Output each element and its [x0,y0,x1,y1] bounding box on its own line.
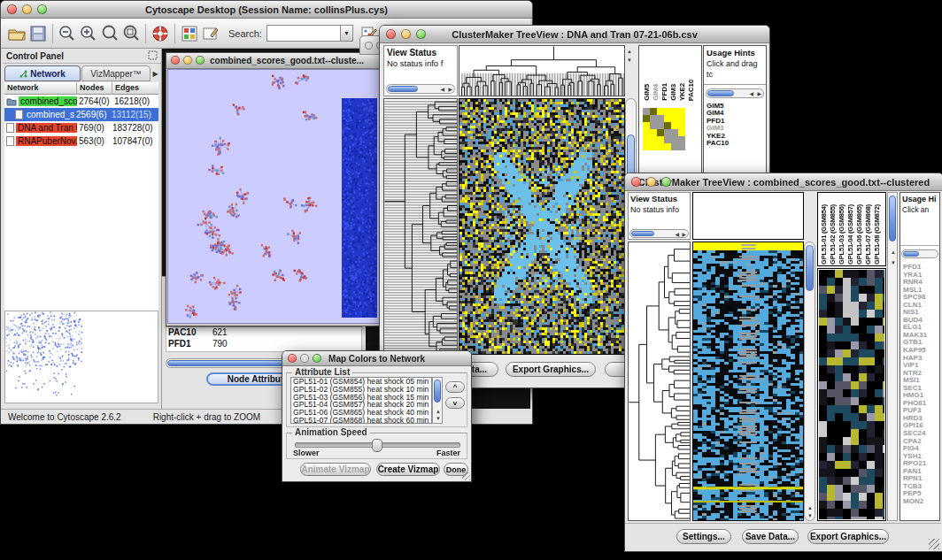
scroll-left-arrow[interactable]: ◀ [749,91,753,96]
tv1-heatmap[interactable] [459,98,625,355]
birdseye-view[interactable] [4,311,158,403]
minimize-button[interactable] [22,4,32,14]
vizmapper-icon[interactable] [179,24,200,43]
minimize-button[interactable] [300,354,309,363]
tv2-label-vscrollbar[interactable]: ▲ ▼ [887,192,898,521]
scroll-thumb[interactable] [806,245,814,291]
slider-thumb[interactable] [372,439,382,452]
close-button[interactable] [365,42,373,50]
tv1-row-dendrogram[interactable] [383,98,458,355]
tv1-matrix-view[interactable] [643,108,685,150]
main-titlebar[interactable]: Cytoscape Desktop (Session Name: collins… [1,1,532,19]
zoom-button[interactable] [37,4,47,14]
zoom-selected-icon[interactable] [99,24,120,43]
tv2-detail-heatmap[interactable] [817,268,886,521]
attribute-list-item[interactable]: GPL51-07 (GSM868) heat shock 60 min [293,417,431,424]
search-dropdown-button[interactable]: ▼ [341,25,353,42]
open-file-icon[interactable] [6,24,27,43]
tv1-column-dendrogram[interactable] [459,45,625,96]
tv2-settings-button[interactable]: Settings... [676,529,731,544]
create-vizmap-button[interactable]: Create Vizmap [376,463,440,476]
map-dialog-titlebar[interactable]: Map Colors to Network [282,351,471,366]
tv1-hints-hscrollbar[interactable]: ◀ ▶ [706,88,764,98]
minimize-button[interactable] [646,177,656,187]
scroll-thumb[interactable] [388,86,418,92]
zoom-button[interactable] [416,29,426,39]
animate-vizmap-button[interactable]: Animate Vizmap [300,463,371,476]
tv1-scroll-down-arrow[interactable]: ▼ [627,58,632,63]
scroll-thumb[interactable] [889,196,896,242]
col-nodes[interactable]: Nodes [77,82,112,95]
close-button[interactable] [631,177,641,187]
tv2-export-graphics-button[interactable]: Export Graphics... [807,529,889,544]
tv2-heatmap[interactable] [692,242,804,521]
annotation-icon[interactable] [200,24,221,43]
scroll-thumb[interactable] [707,90,734,96]
zoom-button[interactable] [661,177,671,187]
tv1-export-graphics-button[interactable]: Export Graphics... [506,362,596,377]
close-button[interactable] [171,56,180,65]
scroll-down-arrow[interactable]: ▼ [436,416,441,421]
network-row[interactable]: DNA and Tran 07 769(0) 183728(0) [4,121,158,134]
close-button[interactable] [288,354,297,363]
tab-vizmapper-label: VizMapper™ [90,69,142,79]
tab-vizmapper[interactable]: VizMapper™ [81,65,151,81]
scroll-thumb[interactable] [434,380,441,403]
zoom-out-icon[interactable] [57,24,78,43]
network-row-selected[interactable]: combined_sco 2569(6) 13112(15) [4,108,158,121]
scroll-down-arrow[interactable]: ▼ [891,260,896,265]
scroll-right-arrow[interactable]: ▶ [448,87,452,92]
data-row[interactable]: PAC10 621 [166,327,361,339]
scroll-thumb[interactable] [631,231,654,236]
network-row[interactable]: RNAPuberNov2+ 563(0) 107847(0) [4,134,158,148]
minimize-button[interactable] [183,56,192,65]
zoom-button[interactable] [313,354,321,363]
network-canvas[interactable] [167,69,380,324]
tv1-gene-list[interactable]: GIM5GIM4PFD1GIM3YKE2PAC10 [706,103,729,147]
tv1-scroll-up-arrow[interactable]: ▲ [627,49,632,54]
tab-network[interactable]: Network [4,65,81,81]
scroll-down-arrow[interactable]: ▼ [807,513,813,518]
scroll-right-arrow[interactable]: ▶ [757,91,761,96]
resize-grip[interactable] [462,472,470,480]
scroll-up-arrow[interactable]: ▲ [891,249,896,255]
scroll-left-arrow[interactable]: ◀ [440,87,444,92]
attribute-listbox[interactable]: GPL51-01 (GSM854) heat shock 05 minGPL51… [290,377,432,424]
scroll-right-arrow[interactable]: ▶ [682,232,686,237]
attribute-list-vscrollbar[interactable]: ▲ ▼ [432,377,443,424]
zoom-fit-icon[interactable] [120,24,142,43]
animation-speed-slider[interactable] [295,442,460,448]
scroll-up-arrow[interactable]: ▲ [436,409,441,414]
search-input[interactable] [266,25,341,42]
toolbar-separator [145,24,146,43]
scroll-up-arrow[interactable]: ▲ [807,505,813,510]
zoom-button[interactable] [196,56,205,65]
tv1-status-hscrollbar[interactable]: ◀ ▶ [386,84,455,94]
network-view-titlebar[interactable]: combined_scores_good.txt--cluste... [166,53,382,69]
treeview1-titlebar[interactable]: ClusterMaker TreeView : DNA and Tran 07-… [380,26,769,43]
tv2-status-hscrollbar[interactable]: ◀ ▶ [629,229,689,238]
scroll-left-arrow[interactable]: ◀ [675,232,679,237]
help-lifering-icon[interactable] [150,24,171,43]
tv2-gene-list[interactable]: PFD1YRA1RNR4MSL1SPC98CLN1NIS1BUD4ELG1MAK… [903,264,927,506]
tv2-vscrollbar[interactable]: ▲ ▼ [804,242,815,521]
minimize-button[interactable] [401,29,411,39]
move-down-button[interactable]: v [445,397,465,409]
float-panel-icon[interactable] [148,48,158,64]
zoom-in-icon[interactable] [78,24,99,43]
network-row[interactable]: combined_scores 2764(0) 16218(0) [4,95,158,108]
treeview2-titlebar[interactable]: ClusterMaker TreeView : combined_scores_… [625,173,942,191]
usage-hints-title: Usage Hi [902,195,937,203]
col-edges[interactable]: Edges [112,82,158,95]
close-button[interactable] [386,29,396,39]
resize-grip[interactable] [929,539,939,549]
tab-overflow-button[interactable]: ▶ [151,65,159,81]
save-icon[interactable] [27,24,49,43]
scroll-thumb[interactable] [903,251,919,257]
tv2-hints-hscrollbar[interactable] [901,249,938,258]
tv2-save-data-button[interactable]: Save Data... [742,529,799,544]
tv2-row-dendrogram[interactable] [628,242,691,521]
move-up-button[interactable]: ^ [445,381,465,393]
close-button[interactable] [7,4,17,14]
data-row[interactable]: PFD1 790 [166,339,361,350]
